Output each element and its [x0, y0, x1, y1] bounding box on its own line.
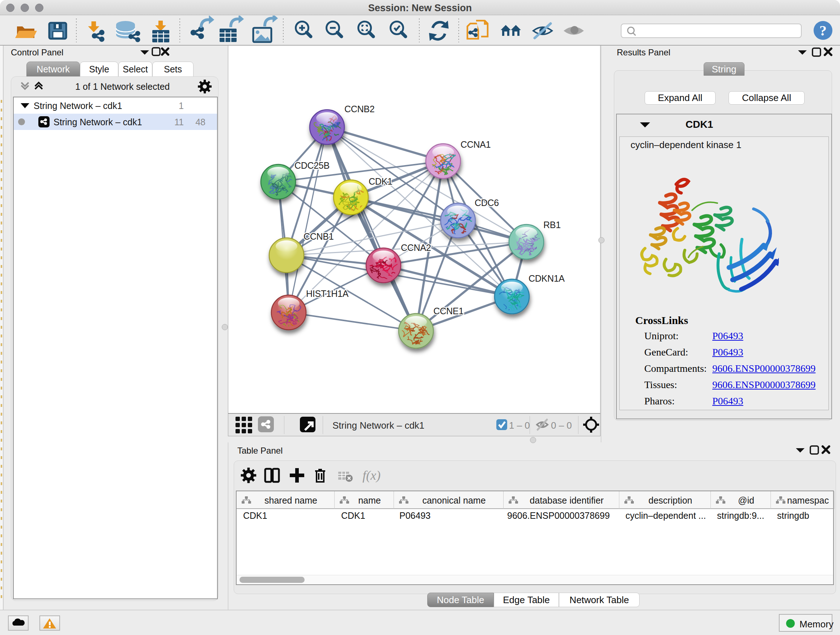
svg-text:CDKN1A: CDKN1A	[529, 273, 565, 283]
svg-text:f(x): f(x)	[363, 468, 381, 483]
svg-text:CDK1: CDK1	[369, 176, 393, 187]
svg-text:CCNA1: CCNA1	[461, 139, 491, 149]
svg-text:CCNB1: CCNB1	[303, 231, 333, 241]
svg-text:CDC25B: CDC25B	[294, 160, 330, 171]
svg-text:CDC6: CDC6	[475, 198, 499, 208]
svg-text:CCNA2: CCNA2	[401, 242, 431, 253]
svg-text:RB1: RB1	[543, 220, 561, 230]
svg-text:?: ?	[819, 22, 827, 39]
svg-text:CCNE1: CCNE1	[433, 306, 463, 316]
svg-text:HIST1H1A: HIST1H1A	[306, 288, 349, 299]
svg-text:CCNB2: CCNB2	[344, 104, 374, 114]
